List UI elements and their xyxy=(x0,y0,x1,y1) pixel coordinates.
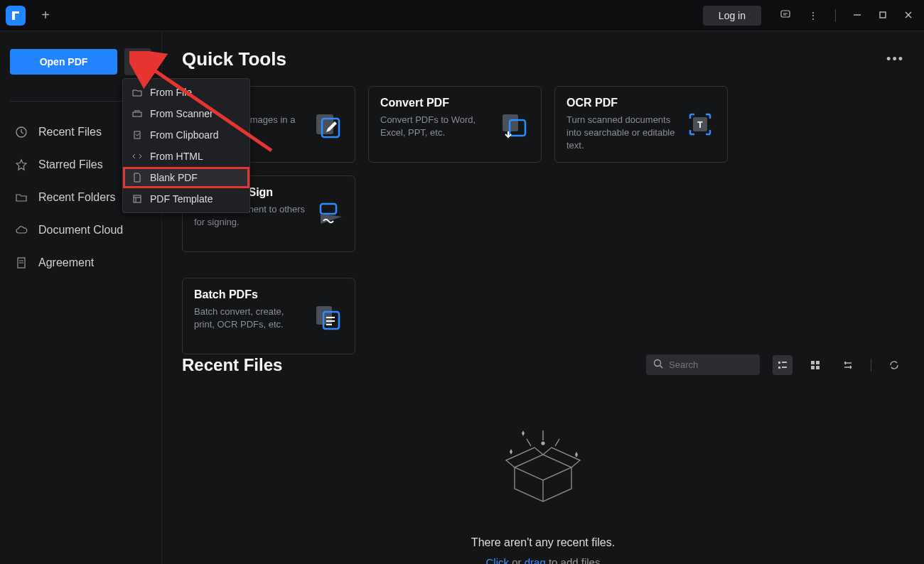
recent-files-title: Recent Files xyxy=(182,355,282,375)
empty-message: There aren't any recent files. xyxy=(471,536,615,549)
svg-rect-27 xyxy=(811,361,815,364)
empty-box-icon xyxy=(497,425,589,519)
svg-rect-26 xyxy=(782,367,787,368)
batch-pdf-icon xyxy=(312,300,343,332)
svg-rect-29 xyxy=(811,366,815,369)
sidebar-item-agreement[interactable]: Agreement xyxy=(10,246,151,279)
document-icon xyxy=(14,256,28,269)
sidebar-item-document-cloud[interactable]: Document Cloud xyxy=(10,214,151,246)
click-link[interactable]: Click xyxy=(486,556,510,564)
svg-rect-23 xyxy=(778,362,780,364)
refresh-button[interactable] xyxy=(884,355,904,375)
more-tools-button[interactable]: ••• xyxy=(886,52,904,67)
star-icon xyxy=(14,158,28,171)
svg-point-21 xyxy=(655,360,661,367)
main-content: Quick Tools ••• Edit PDF Edit text and i… xyxy=(162,31,924,564)
dropdown-label: From HTML xyxy=(150,151,203,162)
dropdown-label: PDF Template xyxy=(150,193,213,205)
empty-action: Click or drag to add files xyxy=(486,556,601,564)
dropdown-label: Blank PDF xyxy=(150,172,198,183)
dropdown-item-blank-pdf[interactable]: Blank PDF xyxy=(123,167,249,188)
open-pdf-button[interactable]: Open PDF xyxy=(10,49,117,75)
convert-pdf-icon xyxy=(498,109,530,140)
card-desc: Turn scanned documents into searchable o… xyxy=(566,114,679,153)
sidebar-item-label: Starred Files xyxy=(38,158,103,171)
card-desc: Convert PDFs to Word, Excel, PPT, etc. xyxy=(380,114,493,139)
menu-icon[interactable]: ⋮ xyxy=(808,10,818,21)
svg-rect-9 xyxy=(316,114,333,134)
maximize-button[interactable] xyxy=(879,10,887,21)
template-icon xyxy=(131,194,143,204)
svg-rect-35 xyxy=(133,112,141,116)
close-button[interactable] xyxy=(904,10,913,21)
search-input[interactable] xyxy=(669,359,753,370)
app-icon[interactable] xyxy=(0,0,31,31)
quick-tools-title: Quick Tools xyxy=(182,48,286,70)
svg-rect-2 xyxy=(880,12,886,18)
dropdown-label: From Scanner xyxy=(150,108,213,119)
dropdown-item-from-html[interactable]: From HTML xyxy=(123,146,249,167)
card-convert-pdf[interactable]: Convert PDF Convert PDFs to Word, Excel,… xyxy=(368,86,542,163)
dropdown-label: From File xyxy=(150,87,192,98)
divider xyxy=(871,359,871,372)
dropdown-item-from-file[interactable]: From File xyxy=(123,82,249,103)
dropdown-item-pdf-template[interactable]: PDF Template xyxy=(123,188,249,210)
or-text: or xyxy=(509,556,525,564)
login-button[interactable]: Log in xyxy=(703,6,761,26)
view-grid-button[interactable] xyxy=(805,355,825,375)
sidebar-item-label: Recent Files xyxy=(38,126,102,139)
minimize-button[interactable] xyxy=(853,10,861,21)
folder-icon xyxy=(14,191,28,204)
drag-link[interactable]: drag xyxy=(525,556,546,564)
svg-rect-38 xyxy=(134,195,141,202)
svg-point-32 xyxy=(542,442,544,445)
clipboard-icon xyxy=(131,130,143,140)
svg-rect-37 xyxy=(134,131,140,139)
dropdown-label: From Clipboard xyxy=(150,129,218,141)
svg-line-34 xyxy=(555,439,559,446)
search-icon xyxy=(653,359,663,371)
sort-button[interactable] xyxy=(838,355,858,375)
feedback-icon[interactable] xyxy=(780,9,791,22)
view-list-button[interactable] xyxy=(773,355,793,375)
divider xyxy=(835,9,836,22)
folder-icon xyxy=(131,87,143,97)
card-ocr-pdf[interactable]: OCR PDF Turn scanned documents into sear… xyxy=(554,86,728,163)
esign-icon xyxy=(312,198,343,229)
create-pdf-dropdown: From File From Scanner From Clipboard Fr… xyxy=(122,78,250,213)
card-title: Convert PDF xyxy=(380,97,493,109)
svg-rect-28 xyxy=(816,361,820,364)
titlebar: + Log in ⋮ xyxy=(0,0,924,31)
svg-rect-30 xyxy=(816,366,820,369)
svg-rect-15 xyxy=(321,204,336,214)
scanner-icon xyxy=(131,109,143,119)
sidebar-item-label: Recent Folders xyxy=(38,191,116,204)
svg-rect-24 xyxy=(782,362,787,363)
card-desc: Batch convert, create, print, OCR PDFs, … xyxy=(194,305,306,331)
html-icon xyxy=(131,151,143,161)
blank-page-icon xyxy=(131,173,143,183)
sidebar-item-label: Agreement xyxy=(38,256,94,269)
card-batch-pdfs[interactable]: Batch PDFs Batch convert, create, print,… xyxy=(182,278,355,354)
ocr-pdf-icon: T xyxy=(684,109,716,140)
sidebar-item-label: Document Cloud xyxy=(38,224,123,237)
card-title: OCR PDF xyxy=(566,97,679,109)
dropdown-item-from-scanner[interactable]: From Scanner xyxy=(123,103,249,124)
search-box[interactable] xyxy=(646,354,760,375)
svg-text:T: T xyxy=(697,120,703,130)
card-title: Batch PDFs xyxy=(194,288,306,301)
clock-icon xyxy=(14,126,28,139)
dropdown-item-from-clipboard[interactable]: From Clipboard xyxy=(123,124,249,146)
new-tab-button[interactable]: + xyxy=(31,0,60,31)
tail-text: to add files xyxy=(546,556,601,564)
svg-line-33 xyxy=(527,439,531,446)
empty-state: There aren't any recent files. Click or … xyxy=(182,396,904,564)
svg-line-22 xyxy=(660,366,663,369)
svg-rect-25 xyxy=(778,367,780,369)
cloud-icon xyxy=(14,224,28,237)
create-pdf-button[interactable]: + xyxy=(124,48,151,75)
edit-pdf-icon xyxy=(312,109,343,140)
